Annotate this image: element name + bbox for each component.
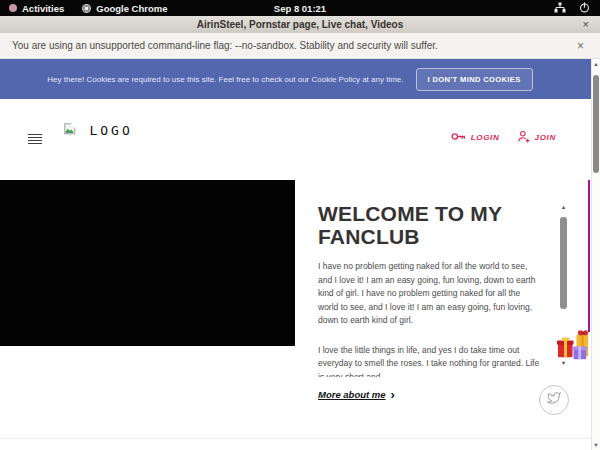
cookie-banner: Hey there! Cookies are required to use t… <box>0 59 600 99</box>
activities-icon <box>9 4 17 12</box>
window-titlebar: AirinSteel, Pornstar page, Live chat, Vi… <box>0 16 600 34</box>
section-divider <box>0 438 591 439</box>
browser-scrollbar: ▲ ▼ <box>591 59 600 450</box>
window-title: AirinSteel, Pornstar page, Live chat, Vi… <box>197 19 404 30</box>
scroll-up-icon[interactable]: ▲ <box>559 204 568 210</box>
browser-scrollbar-thumb[interactable] <box>593 75 599 173</box>
join-button[interactable]: JOIN <box>517 130 556 145</box>
bio-paragraph: I love the little things in life, and ye… <box>318 344 540 378</box>
power-icon[interactable] <box>579 2 590 15</box>
panel-scrollbar-thumb[interactable] <box>560 217 567 309</box>
site-logo[interactable]: LOGO <box>64 121 133 139</box>
activities-label: Activities <box>22 3 64 14</box>
app-menu-label: Google Chrome <box>96 3 167 14</box>
gnome-top-bar: Activities Google Chrome Sep 8 01:21 <box>0 0 600 16</box>
join-label: JOIN <box>535 133 556 142</box>
chevron-right-icon: › <box>391 390 395 400</box>
accept-cookies-button[interactable]: I DON'T MIND COOKIES <box>416 68 533 91</box>
scroll-down-icon[interactable]: ▼ <box>592 442 600 448</box>
video-player[interactable] <box>0 180 295 346</box>
menu-icon[interactable] <box>28 134 42 146</box>
network-icon[interactable] <box>554 2 566 15</box>
flag-warning-bar: You are using an unsupported command-lin… <box>0 33 600 59</box>
gift-boxes-icon <box>555 350 594 367</box>
activities-button[interactable]: Activities <box>0 0 73 16</box>
key-icon <box>451 131 466 144</box>
more-about-me-link[interactable]: More about me › <box>318 389 395 400</box>
fanclub-heading: WELCOME TO MY FANCLUB <box>318 202 503 248</box>
desktop: Activities Google Chrome Sep 8 01:21 <box>0 0 600 450</box>
bio-scroll-area[interactable]: WELCOME TO MY FANCLUB I have no problem … <box>318 202 558 377</box>
logo-text: LOGO <box>89 123 132 138</box>
header-nav: LOGIN JOIN <box>451 130 556 145</box>
twitter-icon <box>547 391 561 409</box>
twitter-button[interactable] <box>539 385 569 415</box>
scroll-up-icon[interactable]: ▲ <box>592 61 600 67</box>
bio-paragraph: I have no problem getting naked for all … <box>318 260 540 328</box>
cookie-message: Hey there! Cookies are required to use t… <box>47 75 403 84</box>
gifts-widget[interactable] <box>555 325 594 364</box>
more-about-me-label: More about me <box>318 389 386 400</box>
site-header: LOGO LOGIN <box>0 99 600 180</box>
flag-warning-close-button[interactable]: × <box>577 39 584 53</box>
login-label: LOGIN <box>471 133 500 142</box>
broken-image-icon <box>64 121 80 138</box>
app-menu-button[interactable]: Google Chrome <box>73 0 176 16</box>
flag-warning-text: You are using an unsupported command-lin… <box>12 40 577 51</box>
person-plus-icon <box>517 130 530 145</box>
gift-ribbon-line <box>588 180 590 332</box>
window-close-button[interactable]: × <box>583 16 589 33</box>
login-button[interactable]: LOGIN <box>451 131 500 144</box>
chrome-icon <box>82 4 91 13</box>
